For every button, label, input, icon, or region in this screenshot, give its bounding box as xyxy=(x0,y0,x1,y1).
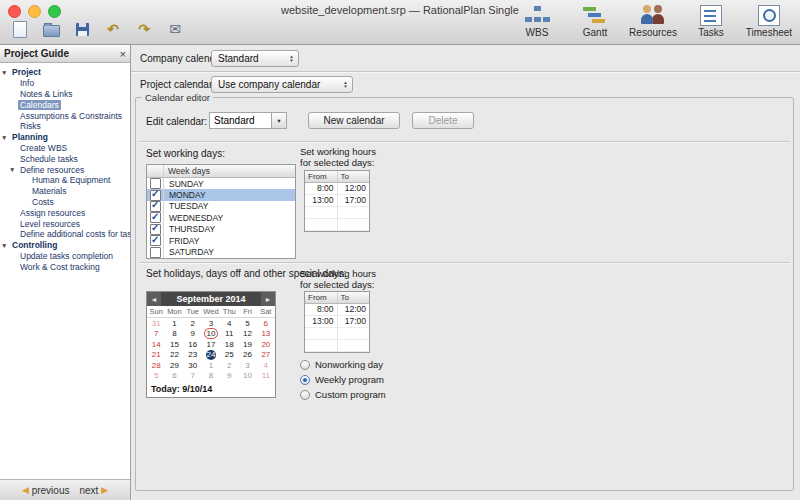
hours-row[interactable]: 8:0012:00 xyxy=(305,304,369,316)
checkbox-saturday[interactable] xyxy=(150,247,161,258)
tree-item-assign-resources[interactable]: Assign resources xyxy=(0,207,130,218)
tree-item-level-resources[interactable]: Level resources xyxy=(0,218,130,229)
expanded-twisty-icon[interactable]: ▼ xyxy=(1,134,10,141)
dropdown-arrow-icon[interactable]: ▼ xyxy=(271,112,287,129)
calendar-day-5[interactable]: 5 xyxy=(238,318,256,329)
calendar-day-30[interactable]: 30 xyxy=(184,360,202,371)
edit-calendar-value[interactable]: Standard xyxy=(209,112,271,129)
calendar-day-6[interactable]: 6 xyxy=(257,318,275,329)
tree-item-work-cost-tracking[interactable]: Work & Cost tracking xyxy=(0,261,130,272)
calendar-day-9[interactable]: 9 xyxy=(220,371,238,382)
expanded-twisty-icon[interactable]: ▼ xyxy=(9,166,18,173)
calendar-day-13[interactable]: 13 xyxy=(257,329,275,340)
calendar-day-2[interactable]: 2 xyxy=(220,360,238,371)
calendar-day-21[interactable]: 21 xyxy=(147,350,165,361)
calendar-day-23[interactable]: 23 xyxy=(184,350,202,361)
calendar-day-25[interactable]: 25 xyxy=(220,350,238,361)
tree-item-human-equipment[interactable]: Human & Equipment xyxy=(0,175,130,186)
email-button[interactable]: ✉ xyxy=(163,18,187,40)
tree-item-update-tasks-completion[interactable]: Update tasks completion xyxy=(0,251,130,262)
tree-item-assumptions-constraints[interactable]: Assumptions & Constraints xyxy=(0,110,130,121)
tree-item-project[interactable]: ▼Project xyxy=(0,67,130,78)
calendar-day-4[interactable]: 4 xyxy=(257,360,275,371)
calendar-day-11[interactable]: 11 xyxy=(257,371,275,382)
calendar-day-3[interactable]: 3 xyxy=(202,318,220,329)
weekday-row-monday[interactable]: MONDAY xyxy=(147,189,295,200)
toolbar-tasks-button[interactable]: Tasks xyxy=(686,4,736,38)
delete-button[interactable]: Delete xyxy=(412,112,474,129)
calendar-day-22[interactable]: 22 xyxy=(165,350,183,361)
undo-button[interactable]: ↶ xyxy=(101,18,125,40)
toolbar-resources-button[interactable]: Resources xyxy=(628,4,678,38)
company-calendar-select[interactable]: Standard xyxy=(211,50,299,67)
tree-item-controlling[interactable]: ▼Controlling xyxy=(0,240,130,251)
calendar-day-18[interactable]: 18 xyxy=(220,339,238,350)
calendar-day-6[interactable]: 6 xyxy=(165,371,183,382)
calendar-day-3[interactable]: 3 xyxy=(238,360,256,371)
save-button[interactable] xyxy=(70,18,94,40)
calendar-day-5[interactable]: 5 xyxy=(147,371,165,382)
weekday-row-wednesday[interactable]: WEDNESDAY xyxy=(147,212,295,223)
expanded-twisty-icon[interactable]: ▼ xyxy=(1,242,10,249)
radio-nonworking-day[interactable]: Nonworking day xyxy=(300,357,386,372)
calendar-day-20[interactable]: 20 xyxy=(257,339,275,350)
toolbar-gantt-button[interactable]: Gantt xyxy=(570,4,620,38)
calendar-day-2[interactable]: 2 xyxy=(184,318,202,329)
calendar-day-15[interactable]: 15 xyxy=(165,339,183,350)
project-calendar-select[interactable]: Use company calendar xyxy=(211,76,353,93)
calendar-day-9[interactable]: 9 xyxy=(184,329,202,340)
calendar-day-12[interactable]: 12 xyxy=(238,329,256,340)
calendar-day-7[interactable]: 7 xyxy=(184,371,202,382)
calendar-day-27[interactable]: 27 xyxy=(257,350,275,361)
tree-item-notes-links[interactable]: Notes & Links xyxy=(0,89,130,100)
close-window-button[interactable] xyxy=(8,5,21,18)
calendar-day-11[interactable]: 11 xyxy=(220,329,238,340)
tree-item-info[interactable]: Info xyxy=(0,78,130,89)
tree-item-materials[interactable]: Materials xyxy=(0,186,130,197)
toolbar-wbs-button[interactable]: WBS xyxy=(512,4,562,38)
calendar-day-8[interactable]: 8 xyxy=(165,329,183,340)
calendar-day-14[interactable]: 14 xyxy=(147,339,165,350)
tree-item-costs[interactable]: Costs xyxy=(0,197,130,208)
weekday-row-tuesday[interactable]: TUESDAY xyxy=(147,201,295,212)
calendar-day-4[interactable]: 4 xyxy=(220,318,238,329)
open-folder-button[interactable] xyxy=(39,18,63,40)
calendar-day-7[interactable]: 7 xyxy=(147,329,165,340)
calendar-day-28[interactable]: 28 xyxy=(147,360,165,371)
calendar-day-31[interactable]: 31 xyxy=(147,318,165,329)
calendar-day-10[interactable]: 10 xyxy=(202,329,220,340)
calendar-day-29[interactable]: 29 xyxy=(165,360,183,371)
calendar-day-24[interactable]: 24 xyxy=(202,350,220,361)
calendar-day-1[interactable]: 1 xyxy=(202,360,220,371)
redo-button[interactable]: ↷ xyxy=(132,18,156,40)
calendar-day-8[interactable]: 8 xyxy=(202,371,220,382)
hours-row[interactable]: 13:0017:00 xyxy=(305,195,369,207)
calendar-day-19[interactable]: 19 xyxy=(238,339,256,350)
tree-item-calendars[interactable]: Calendars xyxy=(0,99,130,110)
minimize-window-button[interactable] xyxy=(28,5,41,18)
expanded-twisty-icon[interactable]: ▼ xyxy=(1,69,10,76)
new-document-button[interactable] xyxy=(8,18,32,40)
radio-weekly-program[interactable]: Weekly program xyxy=(300,372,386,387)
toolbar-timesheet-button[interactable]: Timesheet xyxy=(744,4,794,38)
tree-item-risks[interactable]: Risks xyxy=(0,121,130,132)
next-button[interactable]: next ▶ xyxy=(79,485,108,496)
calendar-day-17[interactable]: 17 xyxy=(202,339,220,350)
prev-month-button[interactable]: ◄ xyxy=(147,292,161,306)
weekday-row-saturday[interactable]: SATURDAY xyxy=(147,246,295,257)
calendar-day-1[interactable]: 1 xyxy=(165,318,183,329)
weekday-row-friday[interactable]: FRIDAY xyxy=(147,235,295,246)
tree-item-define-resources[interactable]: ▼Define resources xyxy=(0,164,130,175)
new-calendar-button[interactable]: New calendar xyxy=(308,112,400,129)
tree-item-create-wbs[interactable]: Create WBS xyxy=(0,143,130,154)
weekday-row-thursday[interactable]: THURSDAY xyxy=(147,224,295,235)
hours-row[interactable]: 13:0017:00 xyxy=(305,316,369,328)
calendar-day-10[interactable]: 10 xyxy=(238,371,256,382)
next-month-button[interactable]: ► xyxy=(261,292,275,306)
calendar-day-16[interactable]: 16 xyxy=(184,339,202,350)
weekday-row-sunday[interactable]: SUNDAY xyxy=(147,178,295,189)
edit-calendar-combo[interactable]: Standard ▼ xyxy=(209,112,287,129)
sidebar-close-icon[interactable]: × xyxy=(120,48,126,60)
hours-row[interactable]: 8:0012:00 xyxy=(305,183,369,195)
checkbox-friday[interactable] xyxy=(150,235,161,246)
